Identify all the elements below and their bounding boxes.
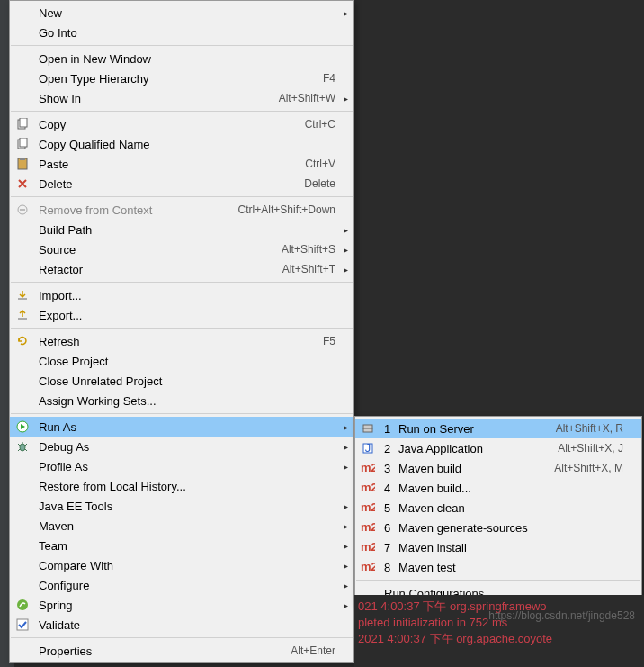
blank-icon [13, 578, 31, 592]
menu-item-label: Maven [39, 519, 335, 533]
menu-item-number: 2 [384, 442, 395, 455]
menu-item-run-as[interactable]: Run As▸ [10, 417, 353, 437]
menu-item-java-ee-tools[interactable]: Java EE Tools▸ [10, 496, 353, 516]
menu-shortcut: F4 [323, 72, 335, 85]
menu-shortcut: F5 [323, 335, 335, 347]
menu-item-maven-test[interactable]: m28Maven test [355, 557, 641, 577]
menu-item-properties[interactable]: PropertiesAlt+Enter [10, 641, 353, 661]
delete-icon [13, 176, 31, 191]
svg-text:m2: m2 [361, 482, 375, 493]
blank-icon [13, 479, 31, 493]
svg-text:m2: m2 [361, 522, 375, 533]
menu-shortcut: Delete [304, 177, 335, 190]
menu-item-run-on-server[interactable]: 1Run on ServerAlt+Shift+X, R [355, 419, 641, 438]
blank-icon [13, 393, 31, 408]
blank-icon [13, 222, 31, 237]
menu-item-label: Open in New Window [39, 52, 335, 66]
svg-rect-12 [363, 428, 372, 432]
menu-item-import[interactable]: Import... [10, 285, 353, 305]
m2-icon: m2 [359, 520, 377, 535]
menu-shortcut: Ctrl+Alt+Shift+Down [238, 203, 335, 216]
blank-icon [13, 242, 31, 257]
copy-q-icon [13, 137, 31, 151]
menu-item-number: 6 [384, 521, 395, 535]
menu-item-label: Validate [39, 618, 335, 632]
menu-item-maven-build[interactable]: m24Maven build... [355, 478, 641, 498]
menu-item-label: Maven build... [398, 482, 623, 495]
submenu-arrow-icon: ▸ [344, 422, 348, 432]
blank-icon [13, 91, 31, 105]
submenu-arrow-icon: ▸ [344, 462, 348, 472]
menu-shortcut: Ctrl+C [305, 118, 335, 131]
menu-item-remove-from-context: Remove from ContextCtrl+Alt+Shift+Down [10, 200, 353, 220]
menu-item-go-into[interactable]: Go Into [10, 23, 353, 42]
menu-item-compare-with[interactable]: Compare With▸ [10, 555, 353, 575]
menu-separator [11, 111, 353, 112]
menu-item-label: Maven build [398, 462, 554, 475]
menu-item-paste[interactable]: PasteCtrl+V [10, 154, 353, 174]
menu-item-number: 3 [384, 462, 395, 475]
menu-item-spring[interactable]: Spring▸ [10, 595, 353, 615]
menu-item-profile-as[interactable]: Profile As▸ [10, 456, 353, 476]
menu-item-copy[interactable]: CopyCtrl+C [10, 114, 353, 134]
menu-item-delete[interactable]: DeleteDelete [10, 174, 353, 194]
menu-item-label: Java EE Tools [39, 500, 335, 513]
server-icon [359, 421, 377, 436]
svg-text:m2: m2 [361, 463, 375, 473]
menu-separator [356, 580, 640, 581]
menu-item-maven[interactable]: Maven▸ [10, 516, 353, 536]
blank-icon [13, 262, 31, 276]
menu-item-show-in[interactable]: Show InAlt+Shift+W▸ [10, 88, 353, 108]
menu-item-open-in-new-window[interactable]: Open in New Window [10, 49, 353, 68]
menu-item-open-type-hierarchy[interactable]: Open Type HierarchyF4 [10, 68, 353, 88]
menu-item-build-path[interactable]: Build Path▸ [10, 220, 353, 239]
menu-separator [11, 282, 353, 283]
menu-item-configure[interactable]: Configure▸ [10, 575, 353, 595]
menu-separator [11, 45, 353, 46]
menu-item-label: Team [39, 539, 335, 553]
menu-item-maven-install[interactable]: m27Maven install [355, 537, 641, 557]
submenu-arrow-icon: ▸ [344, 521, 348, 531]
run-as-submenu: 1Run on ServerAlt+Shift+X, RJ2Java Appli… [354, 416, 642, 606]
menu-item-close-unrelated-project[interactable]: Close Unrelated Project [10, 371, 353, 391]
menu-item-refactor[interactable]: RefactorAlt+Shift+T▸ [10, 259, 353, 279]
menu-item-maven-generate-sources[interactable]: m26Maven generate-sources [355, 518, 641, 537]
blank-icon [13, 644, 31, 658]
menu-item-export[interactable]: Export... [10, 305, 353, 325]
blank-icon [13, 518, 31, 533]
menu-item-restore-from-local-history[interactable]: Restore from Local History... [10, 476, 353, 496]
menu-shortcut: Alt+Shift+S [282, 243, 335, 256]
svg-text:J: J [365, 442, 371, 455]
menu-shortcut: Alt+Shift+W [279, 92, 335, 104]
menu-item-label: Copy Qualified Name [39, 138, 335, 151]
menu-item-source[interactable]: SourceAlt+Shift+S▸ [10, 239, 353, 259]
menu-shortcut: Alt+Enter [291, 644, 335, 657]
menu-separator [11, 328, 353, 329]
run-icon [13, 419, 31, 434]
menu-item-label: Properties [39, 644, 291, 658]
menu-item-close-project[interactable]: Close Project [10, 351, 353, 371]
submenu-arrow-icon: ▸ [344, 94, 348, 104]
menu-item-maven-build[interactable]: m23Maven buildAlt+Shift+X, M [355, 458, 641, 478]
remove-icon [13, 203, 31, 217]
menu-item-java-application[interactable]: J2Java ApplicationAlt+Shift+X, J [355, 438, 641, 458]
submenu-arrow-icon: ▸ [344, 581, 348, 590]
menu-item-validate[interactable]: Validate [10, 615, 353, 635]
menu-item-assign-working-sets[interactable]: Assign Working Sets... [10, 391, 353, 410]
menu-item-number: 8 [384, 561, 395, 574]
menu-item-label: Compare With [39, 559, 335, 572]
menu-item-refresh[interactable]: RefreshF5 [10, 331, 353, 351]
debug-icon [13, 439, 31, 454]
menu-item-label: Restore from Local History... [39, 480, 335, 493]
menu-item-label: Delete [39, 177, 304, 191]
menu-item-debug-as[interactable]: Debug As▸ [10, 437, 353, 456]
blank-icon [13, 354, 31, 368]
menu-item-number: 5 [384, 501, 395, 515]
copy-icon [13, 117, 31, 131]
submenu-arrow-icon: ▸ [344, 501, 348, 511]
menu-item-maven-clean[interactable]: m25Maven clean [355, 498, 641, 518]
menu-item-team[interactable]: Team▸ [10, 536, 353, 555]
menu-item-copy-qualified-name[interactable]: Copy Qualified Name [10, 134, 353, 154]
svg-rect-3 [20, 138, 27, 147]
menu-item-new[interactable]: New▸ [10, 3, 353, 23]
